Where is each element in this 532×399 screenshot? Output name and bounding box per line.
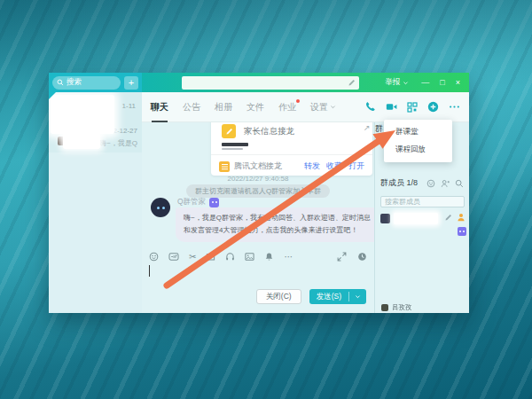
picture-icon[interactable] [245,252,254,262]
video-call-icon[interactable] [386,101,397,113]
chat-action-icons [364,101,460,113]
search-icon [57,79,64,86]
member-avatar [381,304,388,311]
tab-album[interactable]: 相册 [215,101,232,113]
toolbar-right-icons [337,252,367,262]
menu-item-course-replay[interactable]: 课程回放 [384,141,452,159]
partial-group-label: 群 [375,123,383,135]
history-icon[interactable] [357,252,367,262]
robot-member-icon[interactable] [458,227,466,236]
chat-range-label: 1-11 [122,102,136,110]
search-input[interactable]: 搜索 [52,76,121,90]
robot-avatar[interactable] [151,198,170,217]
tab-files[interactable]: 文件 [246,101,264,113]
add-circle-icon[interactable] [427,101,439,113]
titlebar: 搜索 + 举报 — □ × [49,73,469,92]
jump-arrow-icon[interactable]: ↗ [364,123,371,132]
tencent-docs-logo [222,143,372,150]
doc-relay-card[interactable]: 家长信息接龙 腾讯文档接龙 转发 收藏 打开 [211,122,372,176]
doc-card-footer: 腾讯文档接龙 转发 收藏 打开 [211,155,372,172]
chevron-down-icon [330,104,336,110]
emoji-icon[interactable] [149,252,159,262]
tab-settings[interactable]: 设置 [310,101,336,113]
voice-call-icon[interactable] [364,101,376,113]
titlebar-right: 举报 — □ × [142,73,469,92]
group-name-input[interactable] [182,76,359,90]
edit-nickname-icon[interactable] [444,214,452,222]
member-search-input[interactable] [380,196,465,207]
gif-icon[interactable] [168,252,179,262]
anonymous-face-icon[interactable] [426,179,435,188]
menu-item-group-classroom[interactable]: 群课堂 [384,123,452,141]
search-placeholder: 搜索 [66,77,82,88]
chat-item-preview: 嗨~，我是Q [99,138,137,148]
folder-icon[interactable] [206,252,215,262]
tab-chat[interactable]: 聊天 [151,101,168,113]
close-chat-button[interactable]: 关闭(C) [256,289,301,304]
more-icon[interactable] [449,101,460,113]
censor-blur-block [394,213,438,224]
send-options-chevron[interactable] [349,293,366,300]
search-member-icon[interactable] [455,179,464,188]
sender-name: Q群管家 [177,197,206,207]
edit-pencil-icon [348,79,356,87]
forward-link[interactable]: 转发 [304,160,320,172]
corner-triangle [49,92,56,99]
member-avatar [380,214,390,223]
expand-icon[interactable] [337,252,347,262]
message-timestamp: 2022/12/27 9:40:58 [142,175,374,183]
screen-share-icon[interactable] [407,102,418,113]
message-input[interactable] [145,262,371,286]
member-row[interactable] [375,213,469,226]
close-button[interactable]: × [456,78,460,87]
members-header-row: 群成员 1/8 [380,177,464,189]
owner-member-icon [457,213,466,222]
relay-pencil-icon [222,124,236,138]
maximize-button[interactable]: □ [440,78,444,87]
invite-member-icon[interactable] [441,179,450,188]
notification-dot [296,99,300,103]
audio-icon[interactable] [225,252,235,262]
chevron-down-icon [403,80,409,86]
doc-footer-label: 腾讯文档接龙 [234,160,282,172]
favorite-link[interactable]: 收藏 [326,160,342,172]
tencent-doc-icon [219,161,230,172]
bottom-buttons: 关闭(C) 发送(S) [256,289,366,304]
report-control[interactable]: 举报 [385,77,409,88]
report-label: 举报 [385,77,400,88]
system-message-row: 群主切克闹邀请机器人Q群管家加入本群 [142,184,374,198]
titlebar-left: 搜索 + [49,73,142,92]
sender-name-row: Q群管家 [177,197,219,207]
censor-blur-block [63,133,100,149]
robot-badge-icon [209,198,219,207]
more-tools-icon[interactable]: ⋯ [284,253,293,262]
screenshot-icon[interactable]: ✂ [189,253,196,262]
system-message: 群主切克闹邀请机器人Q群管家加入本群 [186,184,330,198]
doc-card-title: 家长信息接龙 [244,126,294,137]
bell-icon[interactable] [264,252,274,262]
message-bubble: 嗨~，我是Q群管家，我有自动回答、入群欢迎语、定时消息和发言管理4大管理能力，点… [176,207,374,242]
send-button[interactable]: 发送(S) [309,289,366,304]
member-name: 吕孜孜 [392,303,412,312]
chat-list-item-selected[interactable]: 1-11 2022-12-27 嗨~，我是Q [49,92,142,153]
classroom-popup-menu: 群课堂 课程回放 [384,120,452,162]
tab-announcement[interactable]: 公告 [183,101,200,113]
minimize-button[interactable]: — [421,78,429,87]
censor-blur-block [51,95,114,134]
member-row-bottom[interactable]: 吕孜孜 [381,303,412,312]
doc-card-actions: 转发 收藏 打开 [304,160,364,172]
members-header-icons [426,179,464,188]
chat-list-panel: 1-11 2022-12-27 嗨~，我是Q [49,92,142,313]
chat-main-area: 家长信息接龙 腾讯文档接龙 转发 收藏 打开 ↗ 2022/12/27 9:40… [142,122,374,313]
window-controls: — □ × [421,78,460,87]
input-toolbar: ✂ ⋯ [149,252,367,262]
members-count-label: 群成员 1/8 [380,177,418,189]
open-link[interactable]: 打开 [348,160,364,172]
tab-bar: 聊天 公告 相册 文件 作业 设置 [142,92,469,122]
tab-homework[interactable]: 作业 [278,101,296,113]
chevron-down-icon [355,293,361,300]
add-chat-button[interactable]: + [124,76,138,90]
qq-group-chat-window: 搜索 + 举报 — □ × 1-11 2022-12-27 嗨~，我是Q [49,73,469,313]
doc-card-header: 家长信息接龙 [211,122,372,140]
